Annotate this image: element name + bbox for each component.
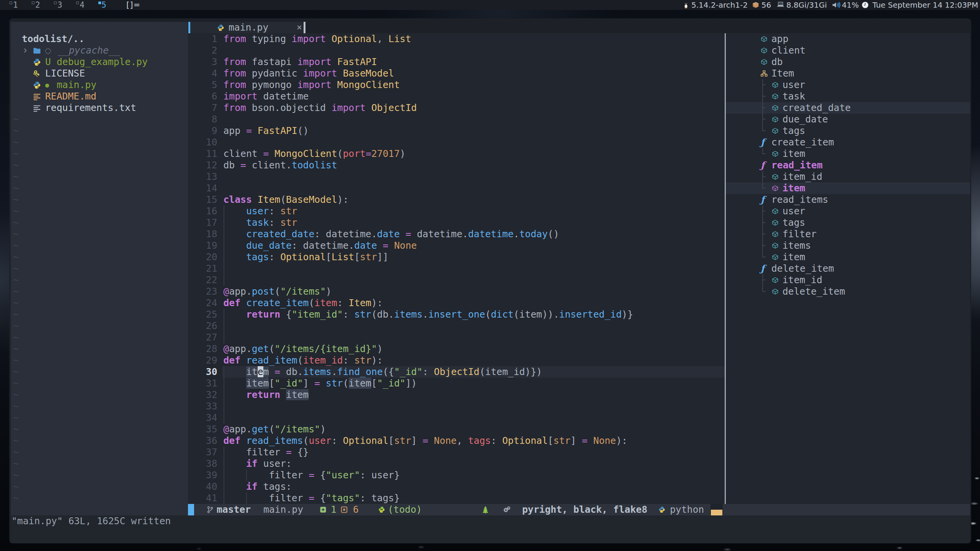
git-diff-changed-icon: [341, 506, 348, 513]
outline-symbol-task[interactable]: ├task: [726, 91, 970, 102]
empty-line-tilde: ~: [13, 183, 24, 194]
chevron-right-icon[interactable]: [23, 47, 28, 54]
code-line-1: from typing import Optional, List: [224, 33, 633, 45]
outline-symbol-item[interactable]: └item: [726, 148, 970, 160]
outline-symbol-filter[interactable]: ├filter: [726, 228, 970, 240]
workspace-3[interactable]: 3: [57, 0, 62, 10]
code-token: [326, 33, 332, 44]
explorer-item-readme-md[interactable]: README.md: [11, 91, 188, 102]
outline-symbol-item[interactable]: └item: [726, 251, 970, 263]
empty-line-tilde: ~: [13, 286, 24, 297]
code-token: db.: [280, 366, 303, 377]
outline-symbol-item_id[interactable]: ├item_id: [726, 274, 970, 286]
outline-symbol-due_date[interactable]: ├due_date: [726, 114, 970, 125]
outline-symbol-label: Item: [771, 68, 794, 79]
code-token: import: [303, 68, 337, 79]
empty-line-tilde: ~: [13, 492, 24, 504]
code-token: [269, 366, 274, 377]
workspace-4[interactable]: 4: [80, 0, 85, 10]
workspace-square-3: [54, 2, 57, 4]
code-editor[interactable]: 1234567891011121314151617181920212223242…: [188, 33, 725, 504]
outline-symbol-Item[interactable]: Item: [726, 68, 970, 79]
outline-symbol-tags[interactable]: └tags: [726, 125, 970, 137]
code-token: [377, 240, 383, 251]
outline-symbol-client[interactable]: client: [726, 45, 970, 56]
outline-symbol-read_items[interactable]: ƒread_items: [726, 194, 970, 205]
code-token: (: [269, 424, 274, 435]
code-token: {: [314, 492, 326, 504]
git-status-marker: ●: [45, 79, 49, 91]
tab-main-py[interactable]: main.py ×: [190, 22, 303, 33]
explorer-item-label: requirements.txt: [45, 102, 136, 114]
git-diff-added-icon: [320, 506, 327, 513]
explorer-item-label: __pycache__: [57, 45, 120, 56]
outline-symbol-user[interactable]: ├user: [726, 79, 970, 91]
code-token: str: [280, 217, 297, 228]
empty-line-tilde: ~: [13, 469, 24, 481]
outline-symbol-user[interactable]: ├user: [726, 205, 970, 217]
outline-statusline: [723, 504, 970, 515]
code-token: date: [354, 240, 377, 251]
code-line-18: created_date: datetime.date = datetime.d…: [224, 228, 633, 240]
code-token: [337, 68, 343, 79]
code-token: client: [224, 148, 263, 159]
empty-line-tilde: ~: [13, 251, 24, 263]
code-token: :: [343, 355, 354, 366]
code-token: BaseModel: [343, 68, 394, 79]
explorer-item-label: LICENSE: [45, 68, 85, 79]
explorer-item-requirements-txt[interactable]: requirements.txt: [11, 102, 188, 114]
git-diff-added-count: 1: [331, 504, 336, 515]
code-token: )}: [622, 309, 633, 320]
code-line-28: @app.get("/items/{item_id}"): [224, 343, 633, 355]
code-token: (: [303, 435, 309, 446]
outline-symbol-items[interactable]: ├items: [726, 240, 970, 251]
code-token: : tags}: [360, 492, 400, 504]
outline-symbol-item_id[interactable]: ├item_id: [726, 171, 970, 183]
code-token: str: [326, 378, 343, 389]
code-line-40: if tags:: [224, 481, 633, 492]
code-token: if: [246, 481, 258, 492]
outline-symbol-app[interactable]: app: [726, 33, 970, 45]
code-token: ):: [337, 194, 349, 205]
outline-symbol-tags[interactable]: ├tags: [726, 217, 970, 228]
empty-line-tilde: ~: [13, 435, 24, 447]
laptop-text: 8.8Gi/31Gi: [786, 0, 827, 10]
outline-symbol-created_date[interactable]: ├created_date: [726, 102, 970, 114]
workspace-1[interactable]: 1: [13, 0, 18, 10]
outline-symbol-item[interactable]: └item: [726, 183, 970, 194]
workspace-2[interactable]: 2: [35, 0, 40, 10]
speaker-icon: [831, 1, 841, 9]
code-token: :: [269, 251, 280, 262]
code-token: ]: [570, 435, 582, 446]
code-token: "tags": [326, 492, 360, 504]
explorer-item-license[interactable]: LICENSE: [11, 68, 188, 79]
outline-symbol-db[interactable]: db: [726, 56, 970, 68]
code-token: : datetime.: [292, 240, 354, 251]
field-icon: [772, 116, 779, 123]
code-token: :: [337, 297, 349, 308]
outline-symbol-delete_item[interactable]: ƒdelete_item: [726, 263, 970, 274]
code-token: 27017: [371, 148, 400, 159]
explorer-item--pycache-[interactable]: ◌__pycache__: [11, 45, 188, 56]
empty-line-tilde: ~: [13, 194, 24, 205]
tree-guide: └: [760, 251, 766, 263]
outline-symbol-delete_item[interactable]: └delete_item: [726, 286, 970, 297]
code-token: datetime.: [411, 228, 468, 240]
explorer-item-debug-example-py[interactable]: Udebug_example.py: [11, 56, 188, 68]
code-line-14: [224, 183, 633, 194]
tab-close-icon[interactable]: ×: [297, 22, 302, 33]
outline-symbol-read_item[interactable]: ƒread_item: [726, 160, 970, 171]
code-line-33: [224, 401, 633, 412]
line-number-6: 6: [188, 91, 217, 102]
explorer-root-row: todolist/..: [11, 33, 188, 45]
statusline-mode-block: [188, 504, 194, 515]
outline-symbol-create_item[interactable]: ƒcreate_item: [726, 137, 970, 148]
workspace-5[interactable]: 5: [101, 0, 106, 10]
code-token: (: [269, 343, 274, 354]
code-token: None: [394, 240, 416, 251]
status-bar: 12345 []= 5.14.2-arch1-2568.8Gi/31Gi41%T…: [0, 0, 980, 10]
code-token: List: [389, 33, 411, 44]
explorer-item-main-py[interactable]: ●main.py: [11, 79, 188, 91]
code-token: create_item: [246, 297, 309, 308]
code-token: "/items": [280, 286, 326, 297]
